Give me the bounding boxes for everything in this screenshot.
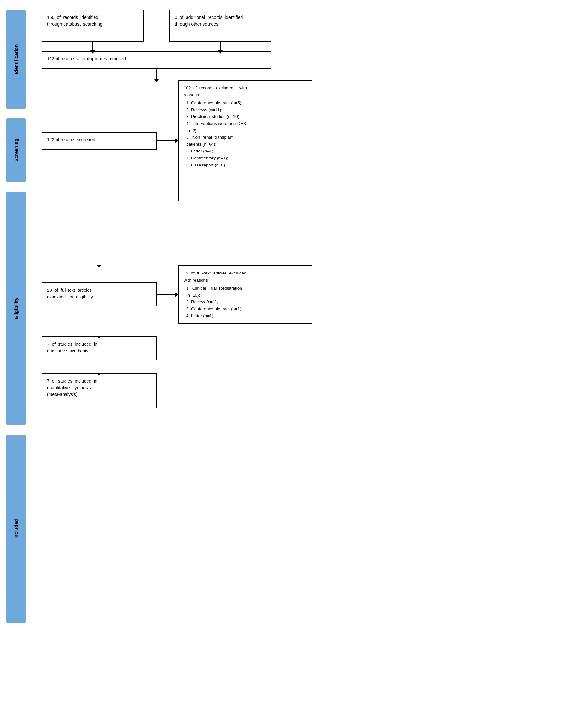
excluded-fulltext-item-1: 1. Clinical Trial Registration (n=10);	[184, 285, 307, 299]
excluded-screening-item-8: 8. Case report (n=8)	[184, 162, 307, 169]
included-label: Included	[6, 435, 25, 623]
screened-text: 122 of records screened	[47, 137, 95, 142]
fulltext-box: 20 of full-text articles assessed for el…	[42, 283, 156, 306]
excluded-fulltext-item-3: 3. Conference abstract (n=1);	[184, 306, 307, 312]
excluded-screening-title: 102 of records excluded, with reasons:	[184, 84, 307, 98]
excluded-fulltext-item-2: 2. Review (n=1);	[184, 299, 307, 306]
excluded-screening-item-4: 4. Interventions were non-DEX (n=2);	[184, 120, 307, 134]
dedup-box: 122 of records after duplicates removed	[42, 51, 272, 69]
labels-column: Identification Screening Eligibility Inc…	[6, 9, 25, 710]
screening-label: Screening	[6, 118, 25, 182]
identification-label: Identification	[6, 9, 25, 109]
quantitative-text: 7 of studies included in quantitative sy…	[47, 378, 98, 397]
excluded-screening-item-1: 1. Conference abstract (n=5);	[184, 99, 307, 106]
quantitative-box: 7 of studies included in quantitative sy…	[42, 373, 156, 408]
fulltext-text: 20 of full-text articles assessed for el…	[47, 288, 93, 300]
id-left-box: 166 of records identified through databa…	[42, 9, 144, 42]
id-right-text: 0 of additional records identified throu…	[175, 15, 243, 26]
screened-box: 122 of records screened	[42, 132, 156, 149]
excluded-screening-item-7: 7. Commentary (n=1);	[184, 155, 307, 162]
excluded-fulltext-title: 13 of full-text articles excluded, with …	[184, 270, 307, 284]
excluded-screening-box: 102 of records excluded, with reasons: 1…	[178, 80, 312, 201]
flow-column: 166 of records identified through databa…	[32, 9, 582, 710]
excluded-screening-item-3: 3. Preclinical studies (n=10);	[184, 113, 307, 120]
eligibility-label: Eligibility	[6, 192, 25, 425]
excluded-screening-item-5: 5. Non renal transplant patients (n=64);	[184, 134, 307, 148]
excluded-fulltext-box: 13 of full-text articles excluded, with …	[178, 265, 312, 324]
excluded-screening-item-6: 6. Letter (n=1);	[184, 148, 307, 155]
id-right-box: 0 of additional records identified throu…	[169, 9, 272, 42]
qualitative-box: 7 of studies included in qualitative syn…	[42, 336, 156, 361]
qualitative-text: 7 of studies included in qualitative syn…	[47, 342, 98, 353]
excluded-screening-item-2: 2. Reviews (n=11);	[184, 106, 307, 114]
dedup-text: 122 of records after duplicates removed	[47, 56, 126, 61]
excluded-fulltext-item-4: 4. Letter (n=1)	[184, 312, 307, 320]
id-left-text: 166 of records identified through databa…	[47, 15, 103, 26]
prisma-diagram: Identification Screening Eligibility Inc…	[0, 0, 588, 719]
